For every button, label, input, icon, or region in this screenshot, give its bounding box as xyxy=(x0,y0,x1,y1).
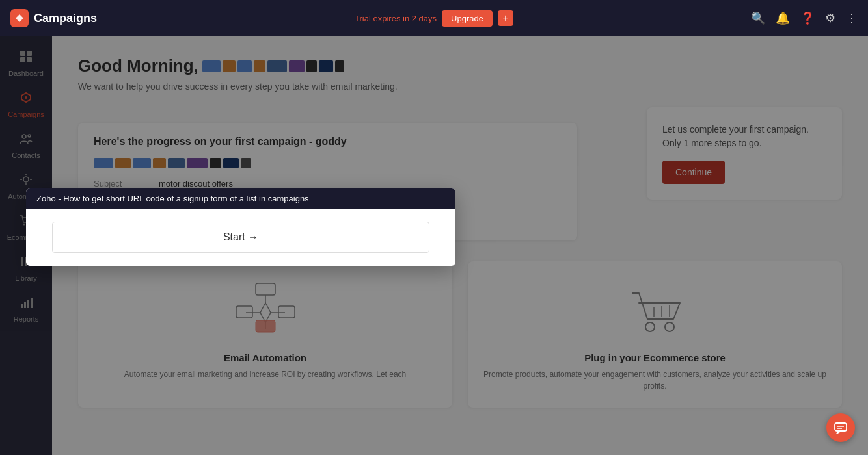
brand-icon xyxy=(10,9,29,27)
add-icon[interactable]: + xyxy=(498,10,513,26)
navbar-actions: 🔍 🔔 ❓ ⚙ ⋮ xyxy=(646,11,858,25)
chat-icon xyxy=(834,421,848,435)
bell-icon[interactable]: 🔔 xyxy=(776,11,790,25)
brand: Campaigns xyxy=(10,9,223,27)
brand-name: Campaigns xyxy=(34,12,97,25)
help-icon[interactable]: ❓ xyxy=(800,11,815,25)
search-icon[interactable]: 🔍 xyxy=(751,11,765,25)
start-button[interactable]: Start → xyxy=(52,222,429,253)
settings-icon[interactable]: ⚙ xyxy=(825,11,835,25)
chat-button[interactable] xyxy=(826,413,855,442)
tooltip-body: Start → xyxy=(26,209,455,266)
svg-rect-31 xyxy=(835,423,847,431)
trial-text: Trial expires in 2 days xyxy=(355,14,437,23)
trial-section: Trial expires in 2 days Upgrade + xyxy=(223,10,646,27)
upgrade-button[interactable]: Upgrade xyxy=(442,10,493,27)
tooltip-popup: Zoho - How to get short URL code of a si… xyxy=(26,188,455,266)
navbar: Campaigns Trial expires in 2 days Upgrad… xyxy=(0,0,868,36)
tooltip-header: Zoho - How to get short URL code of a si… xyxy=(26,188,455,209)
more-icon[interactable]: ⋮ xyxy=(846,11,858,25)
